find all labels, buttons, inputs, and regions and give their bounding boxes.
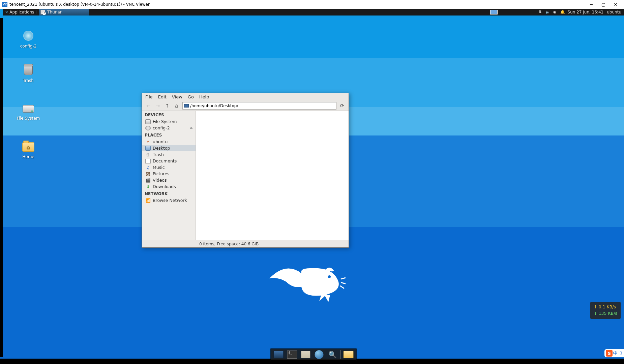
xfce-mouse-icon bbox=[263, 258, 357, 305]
remote-desktop: ✕ Applications ⁞ Thunar ⇅ 🔈 ◉ 🔔 Sun 27 J… bbox=[0, 9, 624, 361]
applications-label: Applications bbox=[9, 10, 34, 14]
vnc-icon: V2 bbox=[2, 2, 7, 7]
network-icon[interactable]: ⇅ bbox=[538, 10, 542, 14]
nav-home-button[interactable]: ⌂ bbox=[173, 102, 180, 110]
menu-view[interactable]: View bbox=[172, 94, 182, 99]
thunar-statusbar: 0 items, Free space: 40.6 GiB bbox=[142, 240, 349, 247]
videos-icon: 🎬 bbox=[145, 178, 151, 183]
applications-menu[interactable]: ✕ Applications ⁞ bbox=[3, 9, 39, 16]
home-folder-icon bbox=[22, 142, 34, 152]
reload-button[interactable]: ⟳ bbox=[338, 102, 346, 110]
drive-icon bbox=[23, 105, 34, 113]
notification-icon[interactable]: 🔔 bbox=[560, 10, 564, 14]
vnc-border-left bbox=[0, 18, 3, 357]
minimize-button[interactable]: ─ bbox=[588, 2, 594, 7]
downloads-icon: ⬇ bbox=[145, 184, 151, 189]
thunar-toolbar: ← → ↑ ⌂ ⟳ bbox=[142, 101, 349, 111]
taskbar-thunar[interactable]: Thunar bbox=[39, 9, 89, 16]
sidebar-item-documents[interactable]: Documents bbox=[142, 158, 196, 164]
nav-forward-button[interactable]: → bbox=[154, 102, 161, 110]
dock-file-manager[interactable] bbox=[300, 350, 311, 359]
desktop-icon-trash[interactable]: Trash bbox=[13, 64, 43, 83]
pictures-icon: 🖼 bbox=[145, 172, 151, 176]
window-title: tencent_2021 (ubuntu's X desktop (VM-0-1… bbox=[9, 2, 150, 7]
nav-back-button[interactable]: ← bbox=[145, 102, 152, 110]
sidebar-item-downloads[interactable]: ⬇ Downloads bbox=[142, 183, 196, 190]
desktop-icon-home[interactable]: Home bbox=[13, 140, 43, 159]
sidebar-item-ubuntu[interactable]: ⌂ ubuntu bbox=[142, 139, 196, 145]
drive-icon bbox=[145, 119, 151, 124]
menu-separator: ⁞ bbox=[36, 10, 37, 14]
sidebar-item-label: Documents bbox=[153, 158, 177, 163]
sidebar-item-label: Pictures bbox=[153, 171, 170, 176]
sidebar-item-config2[interactable]: config-2 ⏏ bbox=[142, 125, 196, 131]
sogou-logo-icon: S bbox=[606, 350, 613, 357]
dock-separator bbox=[340, 350, 341, 359]
eject-icon[interactable]: ⏏ bbox=[190, 126, 193, 130]
music-icon: ♫ bbox=[145, 165, 151, 170]
sidebar-item-label: File System bbox=[153, 119, 177, 124]
sidebar-item-label: config-2 bbox=[153, 125, 170, 130]
desktop-icon-filesystem[interactable]: File System bbox=[13, 102, 43, 121]
netspeed-up: ↑ 0.1 KB/s bbox=[594, 304, 617, 310]
sidebar-item-filesystem[interactable]: File System bbox=[142, 118, 196, 125]
dock-app-finder[interactable]: 🔍 bbox=[327, 350, 338, 359]
sidebar-item-label: Trash bbox=[153, 152, 164, 157]
volume-icon[interactable]: 🔈 bbox=[545, 10, 549, 14]
dock-terminal[interactable]: $_ bbox=[287, 350, 298, 359]
clock[interactable]: Sun 27 Jun, 16:41 bbox=[568, 10, 604, 14]
ime-indicator[interactable]: S 中 ☽ bbox=[604, 349, 624, 357]
workspace-indicator[interactable] bbox=[490, 10, 498, 14]
trash-icon: 🗑 bbox=[145, 152, 151, 157]
maximize-button[interactable]: ▢ bbox=[600, 2, 606, 7]
moon-icon: ☽ bbox=[618, 351, 623, 356]
network-icon: 📶 bbox=[145, 198, 151, 203]
dock-show-desktop[interactable] bbox=[273, 350, 285, 359]
svg-point-0 bbox=[328, 275, 331, 278]
path-entry[interactable] bbox=[182, 102, 336, 110]
system-tray: ⇅ 🔈 ◉ 🔔 Sun 27 Jun, 16:41 ubuntu bbox=[490, 10, 624, 14]
dock-web-browser[interactable] bbox=[314, 350, 325, 359]
status-text: 0 items, Free space: 40.6 GiB bbox=[199, 242, 259, 246]
netspeed-down: ↓ 135 KB/s bbox=[594, 310, 617, 317]
netspeed-widget: ↑ 0.1 KB/s ↓ 135 KB/s bbox=[590, 302, 621, 319]
desktop-icon-home-label: Home bbox=[13, 154, 43, 159]
close-button[interactable]: ✕ bbox=[613, 2, 619, 7]
menu-go[interactable]: Go bbox=[188, 94, 194, 99]
disc-icon bbox=[145, 126, 151, 130]
thunar-window: File Edit View Go Help ← → ↑ ⌂ ⟳ DEVICES bbox=[142, 93, 349, 248]
thunar-content-pane[interactable] bbox=[196, 111, 349, 240]
sidebar-item-pictures[interactable]: 🖼 Pictures bbox=[142, 171, 196, 177]
trash-icon bbox=[24, 65, 33, 75]
nav-up-button[interactable]: ↑ bbox=[164, 102, 171, 110]
menu-file[interactable]: File bbox=[145, 94, 153, 99]
path-folder-icon bbox=[184, 104, 189, 108]
sidebar-item-label: Downloads bbox=[153, 184, 176, 189]
xfce-logo-icon: ✕ bbox=[5, 10, 8, 14]
path-input[interactable] bbox=[190, 103, 335, 108]
section-network: NETWORK bbox=[142, 190, 196, 197]
sidebar-item-desktop[interactable]: Desktop bbox=[142, 145, 196, 151]
thunar-menubar: File Edit View Go Help bbox=[142, 93, 349, 101]
taskbar-thunar-label: Thunar bbox=[47, 10, 61, 14]
menu-edit[interactable]: Edit bbox=[158, 94, 167, 99]
menu-help[interactable]: Help bbox=[199, 94, 209, 99]
sidebar-item-browse-network[interactable]: 📶 Browse Network bbox=[142, 197, 196, 204]
power-icon[interactable]: ◉ bbox=[553, 10, 557, 14]
sidebar-item-label: Videos bbox=[153, 178, 167, 183]
sidebar-item-trash[interactable]: 🗑 Trash bbox=[142, 151, 196, 158]
disc-icon bbox=[23, 31, 33, 41]
sidebar-item-videos[interactable]: 🎬 Videos bbox=[142, 177, 196, 183]
session-user[interactable]: ubuntu bbox=[607, 10, 621, 14]
sidebar-item-label: Desktop bbox=[153, 146, 170, 151]
dock-home-folder[interactable] bbox=[343, 350, 354, 359]
desktop-icon-config2[interactable]: config-2 bbox=[13, 30, 43, 49]
section-places: PLACES bbox=[142, 131, 196, 139]
xfce-top-panel: ✕ Applications ⁞ Thunar ⇅ 🔈 ◉ 🔔 Sun 27 J… bbox=[3, 9, 624, 16]
thunar-task-icon bbox=[40, 10, 45, 14]
folder-icon bbox=[145, 146, 151, 151]
host-titlebar: V2 tencent_2021 (ubuntu's X desktop (VM-… bbox=[0, 0, 624, 9]
desktop-icon-config2-label: config-2 bbox=[13, 44, 43, 49]
sidebar-item-label: Music bbox=[153, 165, 165, 170]
sidebar-item-music[interactable]: ♫ Music bbox=[142, 164, 196, 171]
